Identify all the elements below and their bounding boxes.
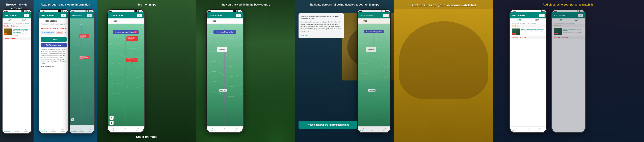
nav-info-3[interactable]: ℹ Information bbox=[120, 127, 132, 131]
nav-info-5[interactable]: ℹ Information bbox=[368, 127, 380, 131]
refresh-text: App refreshed: 5/16/2024, 10:55:42 AM. R… bbox=[2, 22, 31, 24]
watchlist-item-2b[interactable]: closed Middle Fork San Joaquin Bridge da… bbox=[552, 27, 585, 36]
nav-info-map[interactable]: ℹ Information bbox=[78, 128, 86, 132]
tab-list-7b[interactable]: LIST bbox=[552, 18, 568, 22]
bottom-nav: ⌂ Trail Closures ℹ Information ⚙ Setting… bbox=[2, 127, 31, 133]
topo-svg-4 bbox=[207, 24, 243, 130]
nav-settings-2[interactable]: ⚙ Settings bbox=[58, 128, 68, 132]
map-app-logo: PCT bbox=[87, 14, 92, 17]
map-area: ⬇ Download Map (offline) ↓ Middle Fork S… bbox=[108, 24, 144, 130]
closure-body: Williamson Rock closure Southern Califor… bbox=[40, 26, 68, 133]
map-pin-1: Middle Fork San Joaquin Bridge damaged bbox=[79, 34, 89, 38]
nav-tc-7[interactable]: ⌂ Trail Closures bbox=[510, 127, 522, 131]
nav-tc-map[interactable]: ⌂ Trail Closures bbox=[70, 128, 78, 132]
status-icons-2b: ▐▐ ⌇ ▓ 82% bbox=[85, 10, 92, 12]
gear-icon-3: ⚙ bbox=[137, 127, 139, 130]
panel-fire-info: Navigate detours following detailed topo… bbox=[295, 0, 394, 142]
back-arrow[interactable]: ← bbox=[41, 20, 44, 22]
fire-info-box: Sometimes, regions of the trail close du… bbox=[298, 14, 344, 38]
list-item[interactable]: alert Multiple ravines impacting trail n… bbox=[2, 28, 31, 37]
people-shape bbox=[399, 21, 488, 100]
refresh-link[interactable]: Refresh bbox=[25, 23, 29, 24]
nav-info-4[interactable]: ℹ Information bbox=[219, 127, 230, 131]
tab-list[interactable]: LIST bbox=[2, 18, 17, 22]
panel3-title: See it on maps bbox=[100, 3, 194, 6]
nav-information-2[interactable]: ℹ Information bbox=[49, 128, 58, 132]
item-title-7: Middle Fork San Joaquin Bridge damaged bbox=[521, 28, 545, 30]
closed-badge-7: closed bbox=[512, 33, 516, 34]
section-southern-ca: Southern California bbox=[2, 24, 31, 28]
gear-icon-2: ⚙ bbox=[62, 128, 64, 131]
gear-icon-map: ⚙ bbox=[89, 128, 91, 131]
nav-settings-map[interactable]: ⚙ Settings bbox=[86, 128, 94, 132]
map-back-arrow[interactable]: ← bbox=[110, 20, 112, 22]
map-title: Map bbox=[114, 20, 118, 22]
panel5-heading: Navigate detours following detailed topo… bbox=[295, 0, 394, 8]
share-icon[interactable]: ↗ bbox=[64, 31, 66, 34]
download-btn-4[interactable]: ⬇ Download Map (offline) bbox=[214, 30, 236, 34]
home-icon-3: ⌂ bbox=[113, 127, 114, 130]
layers-button[interactable]: ⊞ bbox=[110, 116, 114, 120]
home-icon-4: ⌂ bbox=[212, 127, 213, 130]
home-icon: ⌂ bbox=[6, 128, 8, 131]
nav-settings-5[interactable]: ⚙ Settings bbox=[379, 127, 390, 131]
info-icon-4: ℹ bbox=[224, 127, 225, 130]
info-icon-map: ℹ bbox=[81, 128, 82, 131]
gear-icon: ⚙ bbox=[25, 128, 27, 131]
maps-button[interactable]: 📍 Maps bbox=[41, 37, 66, 42]
tag-closed: Closed bbox=[56, 31, 63, 34]
nav-settings-7[interactable]: ⚙ Settings bbox=[534, 127, 546, 131]
panel-backcountry: Stay on track while in the backcountry 1… bbox=[196, 0, 295, 142]
pct-closure-button[interactable]: PCT Closure Map bbox=[41, 43, 66, 48]
bottom-nav-7: ⌂ Trail Closures ℹ Information ⚙ Setting… bbox=[510, 126, 546, 132]
download-map-button[interactable]: ⬇ Download Map (offline) ↓ bbox=[113, 30, 139, 34]
nav-trail-closures[interactable]: ⌂ Trail Closures bbox=[2, 128, 12, 132]
nav-information[interactable]: ℹ Information bbox=[12, 128, 22, 132]
nav-trail-closures-2[interactable]: ⌂ Trail Closures bbox=[40, 128, 49, 132]
map-pin-icon: 📍 bbox=[50, 38, 52, 40]
map-pin-3a: Middle Fork San Joaquin Bridge damaged bbox=[126, 36, 138, 41]
item-thumb-7: closed bbox=[512, 28, 520, 35]
panel3-heading: See it on maps bbox=[97, 0, 196, 8]
back-arrow-4[interactable]: ← bbox=[208, 20, 211, 22]
loc-label-5a: South Lake Trailhead and Campground bbox=[366, 47, 376, 52]
updated-text: Updated 5/15/2024, 3:03:46 PM bbox=[41, 34, 66, 36]
location-label-2: Bishop Pass bbox=[219, 89, 227, 91]
refresh-link-7[interactable]: Refresh bbox=[532, 23, 536, 24]
bottom-nav-map: ⌂ Trail Closures ℹ Information ⚙ Setting… bbox=[70, 127, 94, 133]
app-title-7: Trail Closures bbox=[512, 14, 525, 16]
read-more-link[interactable]: Read more bbox=[300, 34, 308, 36]
nav-settings[interactable]: ⚙ Settings bbox=[22, 128, 31, 132]
nav-settings-3[interactable]: ⚙ Settings bbox=[132, 127, 144, 131]
download-icon-4: ⬇ bbox=[216, 31, 217, 33]
tab-map-7[interactable]: MAP bbox=[528, 18, 546, 22]
download-btn-5[interactable]: ⬇ Download Map (offline) bbox=[364, 30, 384, 33]
status-bar-4: 12:24 ▐▐▐ ⌇ ▓ 84% bbox=[207, 10, 243, 12]
app-logo-4: PCT bbox=[236, 14, 241, 17]
tab-list-7[interactable]: LIST bbox=[510, 18, 528, 22]
map-back-5: ← Map bbox=[358, 18, 390, 24]
notes-heading: Notes About the Area bbox=[41, 66, 66, 68]
nav-settings-4[interactable]: ⚙ Settings bbox=[231, 127, 243, 131]
tab-map-7b[interactable]: MAP bbox=[568, 18, 585, 22]
tab-map[interactable]: MAP bbox=[17, 18, 31, 22]
closure-description: The PCT is closed from Hwy 2 at Eagles R… bbox=[41, 49, 66, 65]
item-title: Multiple ravines impacting trail near Te… bbox=[13, 28, 30, 33]
nav-tc-5[interactable]: ⌂ Trail Closures bbox=[358, 127, 368, 131]
app-header-5: Trail Closures PCT bbox=[358, 12, 390, 18]
bottom-nav-3: ⌂ Trail Closures ℹ Information ⚙ Setting… bbox=[108, 126, 144, 132]
location-button[interactable]: ⊕ bbox=[71, 118, 74, 122]
refresh-7: App refreshed: 5/17/2024, 9:30:17 AM. Re… bbox=[510, 22, 546, 24]
location-label-1: South Lake Trailhead and Campground bbox=[217, 47, 227, 52]
fire-access-text: Access general fire information pages bbox=[306, 124, 349, 126]
watchlist-header: Watch List bbox=[510, 24, 546, 28]
watchlist-item-1[interactable]: closed Middle Fork San Joaquin Bridge da… bbox=[510, 28, 546, 36]
status-bar-2: 09:09 ▐▐▐ ⌇ ▓ 82% bbox=[40, 10, 68, 12]
nav-tc-3[interactable]: ⌂ Trail Closures bbox=[108, 127, 120, 131]
nav-info-7[interactable]: ℹ Information bbox=[522, 127, 534, 131]
locate-button[interactable]: ⊕ bbox=[110, 121, 114, 125]
nav-tc-4[interactable]: ⌂ Trail Closures bbox=[207, 127, 219, 131]
download-size: ↓ bbox=[134, 31, 137, 33]
refresh-link-2[interactable]: Refresh bbox=[61, 24, 66, 25]
map-area-4: ⬇ Download Map (offline) South Lake Trai… bbox=[207, 24, 243, 130]
